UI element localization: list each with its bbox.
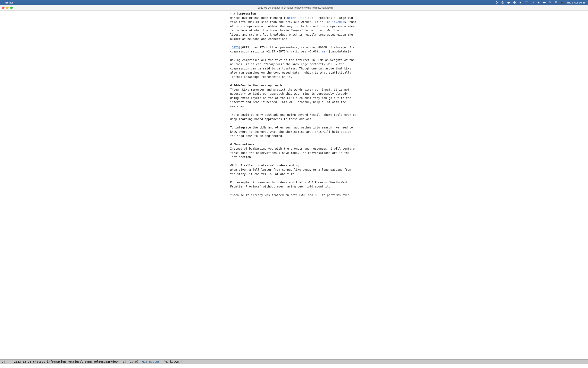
modeline-position: 3% (17,0) (123, 360, 138, 363)
svg-rect-5 (543, 2, 545, 3)
svg-rect-2 (534, 2, 534, 3)
link-hutter-prize[interactable]: Hutter Prize (285, 16, 306, 19)
refresh-icon[interactable] (495, 1, 498, 4)
siri-icon[interactable] (560, 1, 564, 4)
body-text-cutoff: *Because it already was trained on both … (230, 193, 349, 197)
control-center-icon[interactable] (555, 1, 558, 4)
subheading-1: ## 1. Excellent contextual understanding (230, 164, 299, 167)
app-menu[interactable]: Emacs (5, 1, 14, 4)
emphasis: *seems* (291, 29, 303, 32)
display-icon[interactable] (507, 1, 510, 4)
body-text: For example, it manages to understand th… (230, 181, 349, 188)
heading-observations: # Observations (230, 143, 254, 146)
pencil-icon: ✎ (181, 360, 182, 363)
body-text: Instead of bombarding you with the promp… (230, 147, 356, 159)
body-text: There could be many such add-ons going b… (230, 113, 358, 121)
window-title: 2023-03-26-chatgpt-information-retrieval… (258, 6, 333, 9)
volume-icon[interactable] (519, 1, 522, 4)
svg-point-12 (562, 2, 563, 3)
emphasis: *decompress* (263, 63, 284, 66)
link-ref[interactable]: ref (322, 50, 327, 53)
body-text: Marcus Hutter has been running [ (230, 16, 285, 19)
svg-rect-8 (556, 1, 558, 2)
svg-rect-9 (555, 2, 556, 3)
globe-icon[interactable] (513, 1, 516, 4)
battery-icon[interactable] (543, 1, 546, 4)
body-text: Though LLMs remember and predict the wor… (230, 88, 353, 108)
emacs-window: ↓ 2023-03-26-chatgpt-information-retriev… (0, 5, 588, 368)
input-source-icon[interactable]: A (525, 1, 528, 4)
editor-area[interactable]: ↕# Compression Marcus Hutter has been ru… (0, 11, 588, 359)
svg-rect-7 (555, 1, 556, 2)
file-icon: ↓ (255, 7, 257, 9)
link-believed[interactable]: believed (327, 20, 341, 24)
fold-indicator-icon[interactable]: ↕ (230, 11, 233, 15)
svg-rect-10 (556, 2, 558, 3)
modeline-buffer-name[interactable]: 2023-03-26-chatgpt-information-retrieval… (14, 360, 119, 363)
link-gpt3[interactable]: GPT3 (232, 46, 239, 49)
wifi-icon[interactable] (537, 1, 540, 4)
zoom-button[interactable] (10, 7, 13, 9)
macos-menubar: Emacs A Thu 6 Apr 10:38 (0, 0, 588, 5)
body-text: ][lambdalabs]). (327, 50, 353, 53)
buffer-content[interactable]: ↕# Compression Marcus Hutter has been ru… (229, 11, 359, 197)
heading-addons: # Add-Ons to the core approach (230, 83, 282, 87)
svg-point-6 (549, 1, 551, 3)
mode-line: U:--- 2023-03-26-chatgpt-information-ret… (0, 359, 588, 364)
modeline-git-branch[interactable]: Git-master (142, 360, 159, 363)
power-icon[interactable] (501, 1, 504, 4)
modeline-status: U:--- (2, 360, 10, 363)
heading-compression: Compression (237, 12, 256, 15)
clock[interactable]: Thu 6 Apr 10:38 (567, 1, 586, 4)
svg-rect-4 (546, 2, 546, 3)
minimize-button[interactable] (6, 7, 9, 9)
minibuffer[interactable] (0, 364, 588, 368)
body-text: To integrate the LLMs and other such app… (230, 126, 355, 138)
battery-charging-icon[interactable] (531, 1, 534, 4)
body-text: When given a full letter from corpus lik… (230, 168, 353, 175)
close-button[interactable] (2, 7, 5, 9)
titlebar: ↓ 2023-03-26-chatgpt-information-retriev… (0, 5, 588, 11)
search-icon[interactable] (549, 1, 552, 4)
modeline-major-mode[interactable]: (Markdown ✎) (163, 360, 184, 363)
